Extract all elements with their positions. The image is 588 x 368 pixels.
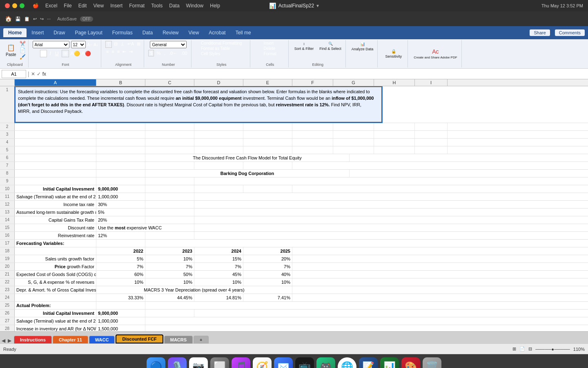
dock-launchpad[interactable]: ⬜ xyxy=(210,357,229,368)
spreadsheet-cell[interactable]: Reinvestment rate xyxy=(15,232,96,239)
menu-edit[interactable]: Edit xyxy=(78,3,87,9)
spreadsheet-cell[interactable]: Discount rate xyxy=(15,224,96,231)
font-color-button[interactable]: A🔴 xyxy=(82,51,91,56)
spreadsheet-cell[interactable] xyxy=(15,162,96,169)
maximize-button[interactable] xyxy=(20,3,24,8)
align-top-icon[interactable]: ⊤ xyxy=(105,41,112,48)
spreadsheet-cell[interactable]: 1,000,000 xyxy=(96,317,145,325)
tab-wacc[interactable]: WACC xyxy=(89,336,115,343)
col-header-c[interactable]: C xyxy=(145,79,194,86)
spreadsheet-cell[interactable]: Assumed long-term sustainable growth rat… xyxy=(15,209,96,216)
col-header-a[interactable]: A xyxy=(15,79,96,86)
spreadsheet-cell[interactable]: 2022 xyxy=(96,247,145,255)
tab-macrs[interactable]: MACRS xyxy=(164,336,193,343)
increase-decimal-button[interactable]: .00 xyxy=(180,50,188,56)
spreadsheet-cell[interactable]: The Discounted Free Cash Flow Model for … xyxy=(145,154,350,162)
menu-tools[interactable]: Tools xyxy=(151,3,163,9)
spreadsheet-cell[interactable] xyxy=(15,154,96,162)
fill-color-button[interactable]: A🟡 xyxy=(71,51,80,56)
spreadsheet-cell[interactable] xyxy=(292,146,333,154)
format-painter-icon[interactable]: 🖌️ xyxy=(20,54,26,60)
spreadsheet-cell[interactable]: 1,500,000 xyxy=(96,325,145,331)
spreadsheet-cell[interactable] xyxy=(374,146,415,154)
spreadsheet-cell[interactable]: 12% xyxy=(96,232,145,239)
spreadsheet-cell[interactable]: Expected Cost of Goods Sold (COGS) of Re… xyxy=(15,271,96,278)
col-header-b[interactable]: B xyxy=(96,79,145,86)
spreadsheet-cell[interactable]: Forecasting Variables: xyxy=(15,240,96,247)
col-header-d[interactable]: D xyxy=(194,79,243,86)
spreadsheet-cell[interactable] xyxy=(374,123,415,130)
tab-chapter11[interactable]: Chapter 11 xyxy=(53,336,88,343)
spreadsheet-cell[interactable] xyxy=(145,201,194,208)
formula-input[interactable] xyxy=(49,72,586,76)
tab-formulas[interactable]: Formulas xyxy=(107,28,138,37)
spreadsheet-cell[interactable] xyxy=(96,146,145,154)
increase-indent-icon[interactable]: ⇥ xyxy=(128,49,134,55)
menu-window[interactable]: Window xyxy=(186,3,204,9)
spreadsheet-cell[interactable] xyxy=(194,131,243,138)
chevron-down-icon[interactable]: ▾ xyxy=(316,3,319,9)
spreadsheet-cell[interactable]: 7.41% xyxy=(243,294,292,301)
comments-button[interactable]: Comments xyxy=(555,29,585,36)
delete-cells-button[interactable]: Delete xyxy=(263,46,276,51)
dock-trash[interactable]: 🗑️ xyxy=(423,357,441,368)
dock-podcasts[interactable]: 🎵 xyxy=(232,357,250,368)
spreadsheet-cell[interactable] xyxy=(374,131,415,138)
dock-chrome[interactable]: 🌐 xyxy=(338,357,356,368)
spreadsheet-cell[interactable]: 20% xyxy=(96,216,145,224)
spreadsheet-cell[interactable] xyxy=(194,185,243,193)
minimize-button[interactable] xyxy=(12,3,17,8)
spreadsheet-cell[interactable] xyxy=(145,162,194,169)
font-grow-icon[interactable]: A↑ xyxy=(87,43,92,47)
spreadsheet-cell[interactable] xyxy=(96,302,145,309)
zoom-slider[interactable]: ─────●───── xyxy=(535,347,570,352)
spreadsheet-cell[interactable]: 10% xyxy=(243,278,292,286)
cell-styles-button[interactable]: Cell Styles xyxy=(201,52,242,56)
conditional-formatting-button[interactable]: Conditional Formatting xyxy=(201,41,242,45)
menu-help[interactable]: Help xyxy=(210,3,220,9)
format-as-table-button[interactable]: Format as Table xyxy=(201,46,242,51)
spreadsheet-cell[interactable]: S, G, & A expense % of revenues xyxy=(15,278,96,286)
spreadsheet-cell[interactable]: 10% xyxy=(96,278,145,286)
spreadsheet-cell[interactable]: 14.81% xyxy=(194,294,243,301)
spreadsheet-cell[interactable] xyxy=(243,185,292,193)
merge-center-icon[interactable]: ⊞ xyxy=(136,41,141,48)
spreadsheet-cell[interactable] xyxy=(415,146,448,154)
spreadsheet-cell[interactable]: Price growth Factor xyxy=(15,263,96,270)
menu-excel[interactable]: Excel xyxy=(45,3,57,9)
spreadsheet-cell[interactable] xyxy=(243,131,292,138)
spreadsheet-cell[interactable]: 2023 xyxy=(145,247,194,255)
tab-data[interactable]: Data xyxy=(138,28,158,37)
tab-review[interactable]: Review xyxy=(158,28,183,37)
dock-vectorize[interactable]: 🎮 xyxy=(316,357,335,368)
prev-sheet-icon[interactable]: ◀ xyxy=(2,338,5,343)
tab-page-layout[interactable]: Page Layout xyxy=(70,28,107,37)
menu-file[interactable]: File xyxy=(64,3,71,9)
bold-button[interactable]: B xyxy=(40,50,47,57)
spreadsheet-cell[interactable] xyxy=(145,310,194,317)
spreadsheet-cell[interactable]: 2025 xyxy=(243,247,292,255)
spreadsheet-cell[interactable] xyxy=(243,146,292,154)
col-header-g[interactable]: G xyxy=(333,79,374,86)
tab-draw[interactable]: Draw xyxy=(49,28,70,37)
spreadsheet-cell[interactable] xyxy=(96,123,145,130)
spreadsheet-cell[interactable]: Use the most expensive WACC xyxy=(96,224,194,231)
align-left-icon[interactable]: ≡ xyxy=(105,49,109,55)
spreadsheet-cell[interactable] xyxy=(15,123,96,130)
decrease-decimal-button[interactable]: .0← xyxy=(168,50,178,56)
undo-icon[interactable]: ↩ xyxy=(33,16,37,22)
col-header-i[interactable]: I xyxy=(415,79,448,86)
font-size-select[interactable]: 12 xyxy=(71,41,86,48)
comma-button[interactable]: , xyxy=(163,50,167,56)
spreadsheet-cell[interactable] xyxy=(145,131,194,138)
spreadsheet-cell[interactable] xyxy=(96,162,145,169)
align-right-icon[interactable]: ≡ xyxy=(116,49,120,55)
tab-add-sheet[interactable]: + xyxy=(194,336,208,343)
spreadsheet-cell[interactable] xyxy=(333,131,374,138)
window-controls[interactable] xyxy=(5,3,24,8)
spreadsheet-cell[interactable] xyxy=(194,146,243,154)
spreadsheet-cell[interactable]: 33.33% xyxy=(96,294,145,301)
spreadsheet-cell[interactable]: 45% xyxy=(194,271,243,278)
spreadsheet-cell[interactable]: MACRS 3 Year Depreciation (spread over 4… xyxy=(96,286,292,294)
save-icon[interactable]: 💾 xyxy=(15,16,21,22)
